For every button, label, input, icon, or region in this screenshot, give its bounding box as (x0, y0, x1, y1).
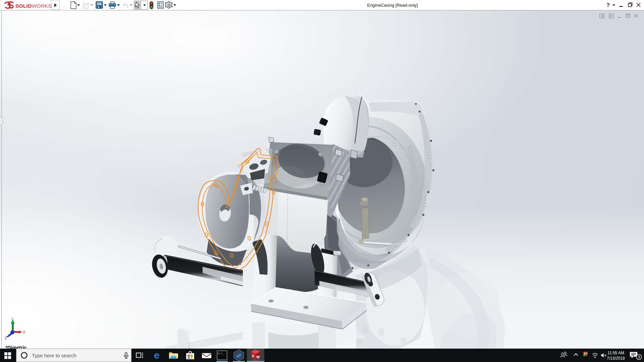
svg-text:7/13/2018: 7/13/2018 (607, 356, 625, 361)
svg-text:X: X (23, 330, 25, 334)
svg-text:Z: Z (5, 336, 7, 340)
svg-text:?: ? (606, 2, 610, 8)
svg-text:C:\_: C:\_ (218, 352, 224, 355)
svg-text:e: e (154, 350, 160, 361)
svg-text:3: 3 (638, 355, 640, 359)
svg-text:S: S (252, 354, 254, 358)
svg-text:11:55 AM: 11:55 AM (607, 351, 624, 355)
svg-text:SOLIDWORKS: SOLIDWORKS (15, 3, 52, 9)
